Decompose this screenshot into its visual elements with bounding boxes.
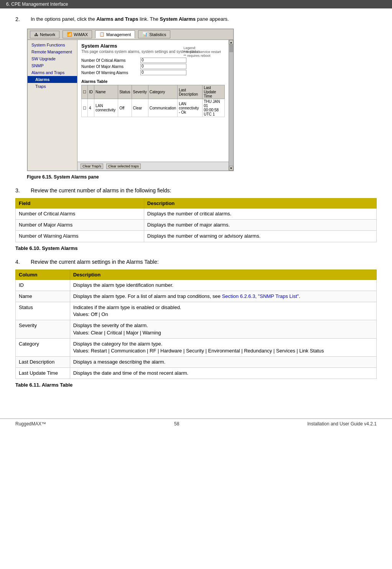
col-severity: Severity — [132, 85, 148, 99]
sidebar-item-remote-management[interactable]: Remote Management — [28, 48, 77, 55]
footer-right: Installation and User Guide v4.2.1 — [307, 421, 377, 427]
screenshot-container: 🖧 Network 📶 WiMAX 📋 Management 📊 Statist… — [27, 28, 234, 171]
table-610: Field Description Number of Critical Ala… — [15, 198, 377, 242]
step-3-text: Review the current number of alarms in t… — [31, 187, 171, 194]
step-2-number: 2. — [15, 16, 23, 22]
col-id: ID — [88, 85, 94, 99]
col-status-desc: Indicates if the alarm type is enabled o… — [70, 302, 376, 320]
table-611: Column Description ID Displays the alarm… — [15, 270, 377, 379]
statistics-icon: 📊 — [142, 32, 148, 37]
col-last-desc-desc: Displays a message describing the alarm. — [70, 357, 376, 368]
table-row: Name Displays the alarm type. For a list… — [16, 291, 377, 302]
table-611-caption: Table 6.11. Alarms Table — [15, 382, 377, 388]
content-area: System Alarms This page contains system … — [77, 40, 229, 162]
wimax-icon: 📶 — [67, 32, 72, 37]
col-category: Category — [148, 85, 177, 99]
step-4-number: 4. — [15, 259, 23, 265]
col-last-desc-label: Last Description — [16, 357, 70, 368]
alarm-counts: Number Of Critical Alarms 0 Number Of Ma… — [81, 58, 225, 75]
desc-major: Displays the number of major alarms. — [144, 220, 376, 231]
app-window: 🖧 Network 📶 WiMAX 📋 Management 📊 Statist… — [27, 29, 234, 171]
step-4-section: 4. Review the current alarm settings in … — [15, 259, 377, 265]
critical-alarm-value: 0 — [140, 58, 186, 63]
col-name: Name — [94, 85, 118, 99]
footer-center: 58 — [174, 421, 179, 427]
scrollbar[interactable]: ▲ ▼ — [229, 40, 233, 170]
sidebar-item-snmp[interactable]: SNMP — [28, 62, 77, 69]
sidebar-item-alarms[interactable]: Alarms — [28, 76, 77, 83]
legend-box: Legend: * requires service restart ** re… — [183, 46, 221, 58]
warning-alarm-value: 0 — [140, 70, 186, 75]
tab-network[interactable]: 🖧 Network — [30, 31, 59, 38]
table-row: Category Displays the category for the a… — [16, 338, 377, 356]
col-category-desc: Displays the category for the alarm type… — [70, 338, 376, 356]
col-id-label: ID — [16, 280, 70, 291]
row-status: Off — [118, 99, 132, 117]
tab-wimax-label: WiMAX — [74, 32, 88, 37]
tab-statistics-label: Statistics — [149, 32, 166, 37]
table610-col-description: Description — [144, 198, 376, 208]
sidebar-item-sw-upgrade[interactable]: SW Upgrade — [28, 55, 77, 62]
tab-wimax[interactable]: 📶 WiMAX — [63, 30, 92, 38]
col-severity-label: Severity — [16, 320, 70, 338]
table-row: Last Update Time Displays the date and t… — [16, 368, 377, 379]
table-row: ☐ 4 LAN connectivity Off Clear Communica… — [82, 99, 225, 117]
scroll-thumb[interactable] — [229, 45, 233, 52]
sidebar-item-system-functions[interactable]: System Functions — [28, 41, 77, 48]
critical-alarm-label: Number Of Critical Alarms — [81, 58, 139, 63]
legend-line2: ** requires reboot — [183, 54, 221, 58]
bottom-bar: Clear Trap/s Clear selected traps — [77, 162, 229, 170]
col-name-desc: Displays the alarm type. For a list of a… — [70, 291, 376, 302]
table-row: Severity Displays the severity of the al… — [16, 320, 377, 338]
snmp-traps-link[interactable]: Section 6.2.6.3, "SNMP Traps List" — [222, 293, 299, 299]
col-last-description: Last Description — [178, 85, 203, 99]
field-major: Number of Major Alarms — [16, 220, 144, 231]
page-chapter-header: 6. CPE Management Interface — [0, 0, 392, 8]
row-last-update-time: THU JAN 01 00:00:58 UTC 1 — [203, 99, 225, 117]
sidebar-item-traps[interactable]: Traps — [28, 83, 77, 90]
table-row: Status Indicates if the alarm type is en… — [16, 302, 377, 320]
col-severity-desc: Displays the severity of the alarm.Value… — [70, 320, 376, 338]
step-4-text: Review the current alarm settings in the… — [31, 259, 159, 265]
clear-traps-button[interactable]: Clear Trap/s — [81, 164, 103, 169]
row-last-description: LAN connectivity - Ok — [178, 99, 203, 117]
table-row: Last Description Displays a message desc… — [16, 357, 377, 368]
scroll-down-arrow[interactable]: ▼ — [229, 166, 233, 170]
warning-alarm-row: Number Of Warning Alarms 0 — [81, 70, 225, 75]
row-category: Communication — [148, 99, 177, 117]
table-row: Number of Warning Alarms Displays the nu… — [16, 231, 377, 242]
tab-management[interactable]: 📋 Management — [95, 30, 135, 38]
table611-col-description: Description — [70, 270, 376, 280]
field-critical: Number of Critical Alarms — [16, 208, 144, 220]
major-alarm-label: Number Of Major Alarms — [81, 65, 139, 69]
content-header: System Alarms This page contains system … — [81, 43, 225, 54]
scroll-up-arrow[interactable]: ▲ — [229, 40, 233, 45]
alarms-table-title: Alarms Table — [81, 79, 225, 84]
table-610-caption: Table 6.10. System Alarms — [15, 245, 377, 251]
table-row: ID Displays the alarm type identificatio… — [16, 280, 377, 291]
row-name: LAN connectivity — [94, 99, 118, 117]
tab-statistics[interactable]: 📊 Statistics — [138, 30, 170, 38]
table611-col-column: Column — [16, 270, 70, 280]
step-3-section: 3. Review the current number of alarms i… — [15, 187, 377, 194]
app-body: System Functions Remote Management SW Up… — [28, 40, 233, 170]
sidebar-item-alarms-and-traps[interactable]: Alarms and Traps — [28, 69, 77, 76]
col-category-label: Category — [16, 338, 70, 356]
col-last-update-desc: Displays the date and time of the most r… — [70, 368, 376, 379]
field-warning: Number of Warning Alarms — [16, 231, 144, 242]
sidebar: System Functions Remote Management SW Up… — [28, 40, 77, 170]
col-last-update-label: Last Update Time — [16, 368, 70, 379]
chapter-title: 6. CPE Management Interface — [6, 2, 68, 7]
row-check[interactable]: ☐ — [82, 99, 88, 117]
clear-selected-button[interactable]: Clear selected traps — [106, 164, 141, 169]
desc-warning: Displays the number of warning or adviso… — [144, 231, 376, 242]
table610-col-field: Field — [16, 198, 144, 208]
app-nav-bar: 🖧 Network 📶 WiMAX 📋 Management 📊 Statist… — [28, 29, 233, 40]
major-alarm-value: 0 — [140, 64, 186, 69]
tab-management-label: Management — [106, 32, 131, 37]
col-status-label: Status — [16, 302, 70, 320]
figure-caption: Figure 6.15. System Alarms pane — [27, 174, 377, 180]
footer-left: RuggedMAX™ — [15, 421, 46, 427]
warning-alarm-label: Number Of Warning Alarms — [81, 71, 139, 75]
critical-alarm-row: Number Of Critical Alarms 0 — [81, 58, 225, 63]
